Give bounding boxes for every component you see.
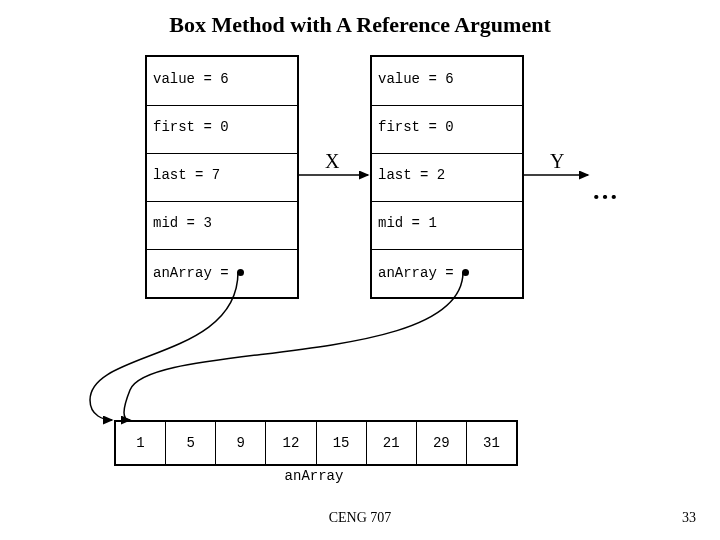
array-cell: 9 [216,422,266,464]
box-a-ptr: anArray = [153,265,229,281]
array-cell: 21 [367,422,417,464]
array-cell: 1 [116,422,166,464]
divider [147,153,297,154]
divider [372,153,522,154]
array-label: anArray [114,468,514,484]
divider [147,105,297,106]
array-cell: 15 [317,422,367,464]
array-box: 1 5 9 12 15 21 29 31 [114,420,518,466]
array-cell: 31 [467,422,516,464]
label-y: Y [550,150,564,173]
ellipsis-icon: … [592,176,620,206]
pointer-dot-icon [237,269,244,276]
box-b-first: first = 0 [378,119,454,135]
pointer-dot-icon [462,269,469,276]
divider [147,201,297,202]
divider [372,249,522,250]
array-cell: 12 [266,422,316,464]
activation-box-2: value = 6 first = 0 last = 2 mid = 1 anA… [370,55,524,299]
box-b-mid: mid = 1 [378,215,437,231]
array-cell: 29 [417,422,467,464]
box-a-mid: mid = 3 [153,215,212,231]
divider [372,105,522,106]
slide-title: Box Method with A Reference Argument [0,12,720,38]
box-b-last: last = 2 [378,167,445,183]
box-a-value: value = 6 [153,71,229,87]
box-a-last: last = 7 [153,167,220,183]
divider [372,201,522,202]
box-b-ptr: anArray = [378,265,454,281]
footer-course: CENG 707 [0,510,720,526]
page-number: 33 [682,510,696,526]
box-b-value: value = 6 [378,71,454,87]
label-x: X [325,150,339,173]
activation-box-1: value = 6 first = 0 last = 7 mid = 3 anA… [145,55,299,299]
box-a-first: first = 0 [153,119,229,135]
divider [147,249,297,250]
array-cell: 5 [166,422,216,464]
